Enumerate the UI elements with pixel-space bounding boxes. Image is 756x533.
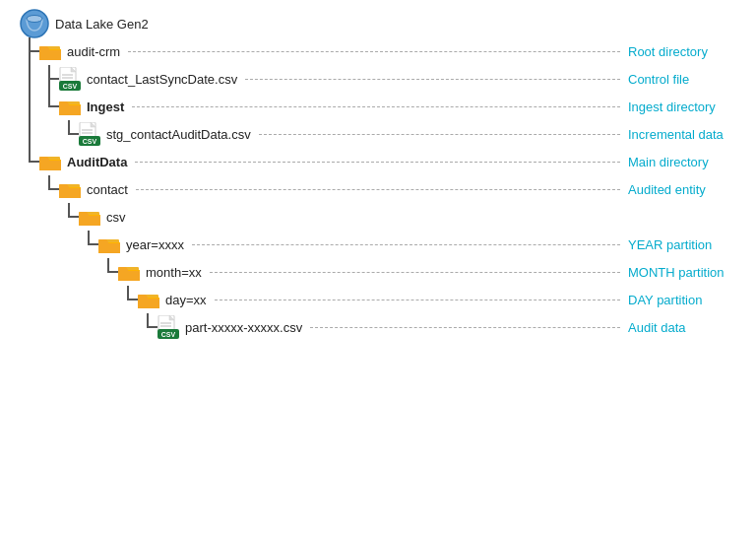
datalake-icon (20, 9, 49, 38)
tree-node: CSV stg_contactAuditData.csvIncremental … (20, 120, 756, 148)
node-row: Data Lake Gen2 (20, 10, 756, 37)
tree-diagram: Data Lake Gen2 audit-crmRoot directory C… (20, 10, 756, 341)
connector-line (192, 244, 620, 245)
node-type-label: Root directory (628, 44, 756, 59)
node-row: csv (79, 203, 756, 231)
connector-line (245, 79, 620, 80)
node-row: audit-crmRoot directory (39, 37, 756, 65)
node-type-label: DAY partition (628, 293, 756, 307)
folder-icon (98, 235, 120, 253)
node-label: month=xx (146, 265, 202, 280)
node-type-label: Main directory (628, 155, 756, 169)
tree-node: month=xxMONTH partition (20, 258, 756, 286)
node-row: AuditDataMain directory (39, 148, 756, 175)
node-label: day=xx (165, 293, 207, 307)
node-row: contactAudited entity (59, 175, 756, 203)
node-type-label: MONTH partition (628, 265, 756, 280)
connector-line (132, 106, 620, 107)
node-type-label: Ingest directory (628, 100, 756, 114)
node-label: Ingest (87, 100, 124, 114)
node-row: IngestIngest directory (59, 93, 756, 120)
node-type-label: YEAR partition (628, 237, 756, 252)
node-row: CSV contact_LastSyncDate.csvControl file (59, 65, 756, 93)
node-label: contact (87, 182, 128, 197)
csv-icon: CSV (59, 67, 81, 91)
node-type-label: Control file (628, 72, 756, 87)
node-label: csv (106, 210, 126, 225)
svg-point-0 (21, 10, 48, 37)
folder-icon (79, 208, 100, 226)
node-type-label: Audit data (628, 320, 756, 335)
tree-node: AuditDataMain directory (20, 148, 756, 175)
tree-node: contactAudited entity (20, 175, 756, 203)
tree-node: IngestIngest directory (20, 93, 756, 120)
node-label: year=xxxx (126, 237, 184, 252)
node-label: AuditData (67, 155, 127, 169)
svg-text:CSV: CSV (83, 138, 97, 145)
connector-line (215, 300, 620, 300)
node-label: contact_LastSyncDate.csv (87, 72, 237, 87)
node-row: CSV stg_contactAuditData.csvIncremental … (79, 120, 756, 148)
node-label: audit-crm (67, 44, 120, 59)
folder-icon (59, 180, 81, 198)
tree-node: year=xxxxYEAR partition (20, 231, 756, 258)
node-row: day=xxDAY partition (138, 286, 756, 313)
node-label: Data Lake Gen2 (55, 17, 149, 32)
csv-icon: CSV (158, 315, 179, 339)
tree-node: CSV part-xxxxx-xxxxx.csvAudit data (20, 313, 756, 341)
node-row: month=xxMONTH partition (118, 258, 756, 286)
svg-text:CSV: CSV (63, 83, 78, 90)
tree-node: day=xxDAY partition (20, 286, 756, 313)
tree-node: CSV contact_LastSyncDate.csvControl file (20, 65, 756, 93)
connector-line (310, 327, 620, 328)
tree-node: Data Lake Gen2 (20, 10, 756, 37)
connector-line (259, 134, 620, 135)
node-row: CSV part-xxxxx-xxxxx.csvAudit data (158, 313, 756, 341)
folder-icon (118, 263, 140, 281)
node-label: stg_contactAuditData.csv (106, 127, 251, 142)
folder-icon (59, 98, 81, 115)
svg-text:CSV: CSV (161, 331, 176, 338)
folder-icon (39, 153, 61, 170)
tree-node: audit-crmRoot directory (20, 37, 756, 65)
node-row: year=xxxxYEAR partition (98, 231, 756, 258)
node-label: part-xxxxx-xxxxx.csv (185, 320, 302, 335)
node-type-label: Audited entity (628, 182, 756, 197)
connector-line (210, 272, 620, 273)
connector-line (135, 162, 620, 163)
folder-icon (138, 291, 159, 308)
csv-icon: CSV (79, 122, 100, 146)
tree-node: csv (20, 203, 756, 231)
connector-line (136, 189, 620, 190)
connector-line (128, 51, 620, 52)
folder-icon (39, 42, 61, 60)
node-type-label: Incremental data (628, 127, 756, 142)
